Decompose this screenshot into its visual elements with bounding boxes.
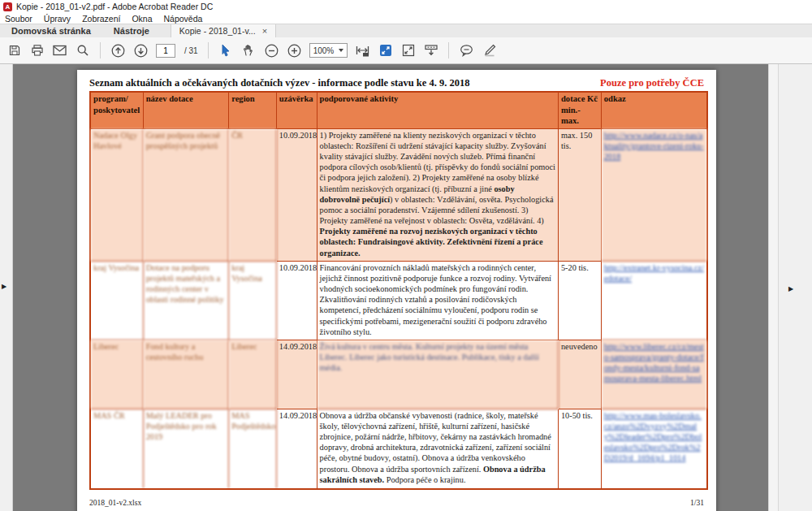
cell-aktivity: Obnova a údržba občanské vybavenosti (ra… <box>317 409 559 488</box>
hand-tool-icon[interactable] <box>241 43 257 58</box>
tab-home-label: Domovská stránka <box>11 26 91 36</box>
cell-region: ČR <box>229 129 277 262</box>
column-header-program: program/ poskytovatel <box>91 93 144 129</box>
footer-filename: 2018_01-v2.xlsx <box>89 499 141 507</box>
menu-item-4[interactable]: Okna <box>132 14 152 24</box>
cell-uzaverka: 14.09.2018 <box>277 409 317 488</box>
tab-bar: Domovská stránka Nástroje Kopie - 2018_0… <box>0 24 812 37</box>
vertical-scrollbar[interactable] <box>768 64 778 511</box>
page-footer: 2018_01-v2.xlsx 1/31 <box>89 499 704 507</box>
table-row: MAS ČRMalý LEADER pro Podještědsko pro r… <box>91 409 706 488</box>
acrobat-logo-icon: A <box>3 2 12 11</box>
main-toolbar: / 31 100% <box>0 37 812 64</box>
cell-uzaverka: 10.09.2018 <box>277 262 317 340</box>
fit-window-icon[interactable] <box>400 43 416 58</box>
footer-page-number: 1/31 <box>690 499 704 507</box>
expand-tools-pane-icon[interactable]: ▶ <box>788 285 793 292</box>
column-header-dotace: dotace Kč min.-max. <box>559 93 602 129</box>
table-body: Nadace Olgy HavlovéGrant podpora obecně … <box>91 129 706 488</box>
toolbar-separator <box>100 42 101 58</box>
table-row: Nadace Olgy HavlovéGrant podpora obecně … <box>91 129 706 262</box>
zoom-level-value: 100% <box>313 46 335 55</box>
table-row: kraj VysočinaDotace na podporu projektů … <box>91 262 706 340</box>
cell-nazev: Grant podpora obecně prospěšných projekt… <box>144 129 229 262</box>
column-header-region: region <box>229 93 277 129</box>
column-header-aktivity: podporované aktivity <box>317 93 559 129</box>
cell-uzaverka: 10.09.2018 <box>277 129 317 262</box>
save-icon[interactable] <box>6 43 22 58</box>
table-row: LiberecFond kultury a cestovního ruchuLi… <box>91 340 706 409</box>
cell-aktivity: Živá kultura v centru města. Kulturní pr… <box>317 340 559 409</box>
cell-odkaz[interactable]: http://www.mas-boleslavsko.cz/anzo%2Dvyz… <box>602 409 706 488</box>
tab-document-label: Kopie - 2018_01-v... <box>179 26 256 36</box>
menu-bar: SouborÚpravyZobrazeníOknaNápověda <box>0 13 812 24</box>
print-icon[interactable] <box>29 43 45 58</box>
tab-tools[interactable]: Nástroje <box>102 24 161 37</box>
menu-item-5[interactable]: Nápověda <box>164 14 203 24</box>
fit-width-icon[interactable] <box>355 43 370 58</box>
window-title: Kopie - 2018_01-v2.pdf - Adobe Acrobat R… <box>16 2 213 11</box>
cell-nazev: Malý LEADER pro Podještědsko pro rok 201… <box>144 409 229 488</box>
menu-item-3[interactable]: Zobrazení <box>82 14 120 24</box>
menu-item-2[interactable]: Úpravy <box>44 14 71 24</box>
cell-program: Nadace Olgy Havlové <box>91 129 144 262</box>
table-header-row: program/ poskytovatelnázev dotaceregionu… <box>91 93 706 129</box>
cell-aktivity: 1) Projekty zaměřené na klienty neziskov… <box>317 129 559 262</box>
title-bar: A Kopie - 2018_01-v2.pdf - Adobe Acrobat… <box>0 0 812 13</box>
zoom-level-select[interactable]: 100% <box>309 43 348 58</box>
cell-region: Liberec <box>229 340 277 409</box>
cell-odkaz[interactable]: http://extranet.kr-vysocina.cz/edotace/ <box>602 262 706 340</box>
scrolling-mode-icon[interactable] <box>423 43 438 58</box>
column-header-nazev: název dotace <box>144 93 229 129</box>
pdf-page: Seznam aktuálních a očekávaných dotačníc… <box>77 70 716 511</box>
search-icon[interactable] <box>75 43 90 58</box>
cell-dotace: 5-20 tis. <box>559 262 602 340</box>
cell-odkaz[interactable]: http://www.nadace.cz/o-nas/aktuality/gra… <box>602 129 706 262</box>
cell-odkaz[interactable]: http://www.liberec.cz/cz/mesto-samosprav… <box>602 340 706 409</box>
comment-icon[interactable] <box>459 43 474 58</box>
navigation-pane-rail[interactable]: ▶ <box>0 64 13 511</box>
cell-dotace: neuvedeno <box>559 340 602 409</box>
toolbar-separator <box>448 42 449 58</box>
cell-nazev: Dotace na podporu projektů mateřských a … <box>144 262 229 340</box>
cell-program: Liberec <box>91 340 144 409</box>
tab-tools-label: Nástroje <box>114 26 149 36</box>
tab-document[interactable]: Kopie - 2018_01-v... × <box>171 24 276 37</box>
expand-nav-pane-icon[interactable]: ▶ <box>2 283 6 290</box>
cell-region: kraj Vysočina <box>229 262 277 340</box>
page-number-input[interactable] <box>156 44 175 58</box>
chevron-down-icon <box>339 49 343 52</box>
cell-nazev: Fond kultury a cestovního ruchu <box>144 340 229 409</box>
zoom-in-icon[interactable] <box>287 43 302 58</box>
toolbar-separator <box>208 42 209 58</box>
cell-dotace: max. 150 tis. <box>559 129 602 262</box>
tools-pane-rail[interactable]: ▶ <box>778 64 812 511</box>
tab-close-icon[interactable]: × <box>262 26 267 36</box>
cell-uzaverka: 14.09.2018 <box>277 340 317 409</box>
watermark-note: Pouze pro potřeby ČCE <box>600 77 704 89</box>
column-header-uzaverka: uzávěrka <box>277 93 317 129</box>
page-up-icon[interactable] <box>110 43 126 58</box>
document-title: Seznam aktuálních a očekávaných dotačníc… <box>89 77 469 89</box>
cell-program: kraj Vysočina <box>91 262 144 340</box>
document-canvas: ▶ Seznam aktuálních a očekávaných dotačn… <box>0 64 812 511</box>
email-icon[interactable] <box>52 43 67 58</box>
menu-item-1[interactable]: Soubor <box>5 14 32 24</box>
select-tool-icon[interactable] <box>218 43 234 58</box>
column-header-odkaz: odkaz <box>602 93 706 129</box>
tab-home[interactable]: Domovská stránka <box>0 24 102 37</box>
cell-region: MAS Podještědsko <box>229 409 277 488</box>
grant-table: program/ poskytovatelnázev dotaceregionu… <box>89 91 708 490</box>
page-view-icon[interactable] <box>378 43 393 58</box>
cell-aktivity: Financování provozních nákladů mateřskýc… <box>317 262 559 340</box>
zoom-out-icon[interactable] <box>264 43 279 58</box>
cell-program: MAS ČR <box>91 409 144 488</box>
page-count-label: / 31 <box>184 46 198 55</box>
highlight-icon[interactable] <box>482 43 497 58</box>
page-down-icon[interactable] <box>133 43 149 58</box>
cell-dotace: 10-50 tis. <box>559 409 602 488</box>
